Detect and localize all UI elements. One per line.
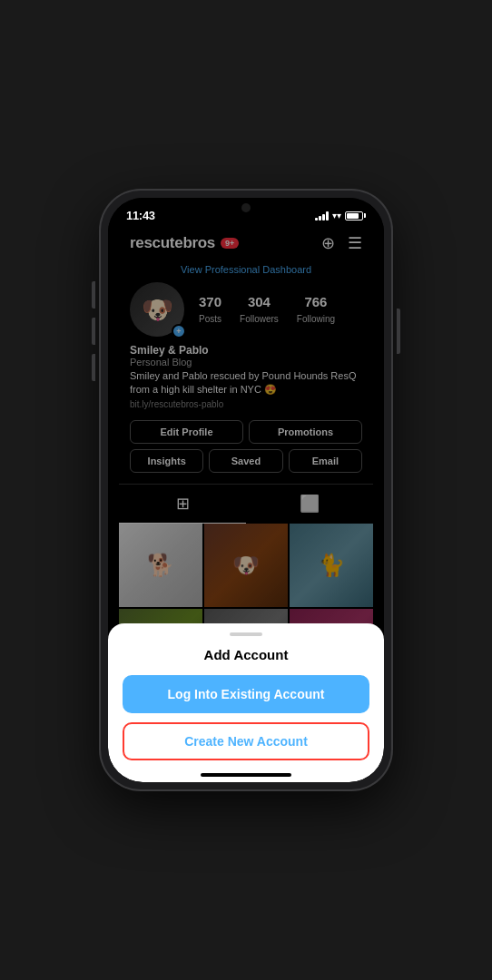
- status-icons: ▾▾: [315, 211, 366, 220]
- followers-count: 304: [240, 294, 279, 309]
- promotions-button[interactable]: Promotions: [249, 420, 362, 444]
- grid-tabs: ⊞ ⬜: [119, 484, 373, 524]
- phone-frame: 11:43 ▾▾: [101, 191, 391, 789]
- photo-cell-1[interactable]: 🐕: [119, 524, 202, 607]
- grid-icon: ⊞: [176, 494, 190, 514]
- wifi-icon: ▾▾: [332, 211, 341, 220]
- grid-tab-tagged[interactable]: ⬜: [246, 485, 373, 524]
- photo-3-image: 🐈: [290, 524, 373, 607]
- instagram-header: rescutebros 9+ ⊕ ☰: [119, 226, 373, 260]
- following-stat: 766 Following: [297, 294, 335, 326]
- notification-badge: 9+: [221, 238, 239, 249]
- edit-profile-button[interactable]: Edit Profile: [130, 420, 243, 444]
- username-area: rescutebros 9+: [130, 234, 239, 252]
- photo-cell-3[interactable]: 🐈: [290, 524, 373, 607]
- home-indicator: [201, 773, 291, 777]
- photo-1-image: 🐕: [119, 524, 202, 607]
- followers-label: Followers: [240, 314, 279, 324]
- status-time: 11:43: [126, 209, 155, 222]
- insights-button[interactable]: Insights: [130, 449, 203, 473]
- following-label: Following: [297, 314, 335, 324]
- action-row-1: Edit Profile Promotions: [130, 420, 362, 444]
- instagram-background: rescutebros 9+ ⊕ ☰ View Professional Das…: [108, 226, 384, 782]
- status-bar: 11:43 ▾▾: [108, 198, 384, 226]
- sheet-handle: [230, 632, 262, 636]
- log-in-existing-button[interactable]: Log Into Existing Account: [123, 675, 369, 713]
- grid-tab-photos[interactable]: ⊞: [119, 485, 246, 524]
- sheet-title: Add Account: [123, 647, 369, 662]
- header-icons: ⊕ ☰: [321, 233, 362, 253]
- pro-dashboard-link[interactable]: View Professional Dashboard: [119, 260, 373, 282]
- profile-name: Smiley & Pablo: [130, 344, 362, 357]
- following-count: 766: [297, 294, 335, 309]
- profile-link[interactable]: bit.ly/rescutebros-pablo: [130, 399, 362, 409]
- add-post-icon[interactable]: ⊕: [321, 233, 335, 253]
- photo-2-image: 🐶: [204, 524, 288, 607]
- profile-bio: Smiley and Pablo rescued by Pound Hounds…: [130, 369, 362, 397]
- create-new-account-button[interactable]: Create New Account: [123, 722, 369, 760]
- front-camera: [241, 203, 251, 212]
- saved-button[interactable]: Saved: [209, 449, 282, 473]
- avatar-container: 🐶 +: [130, 282, 184, 337]
- profile-type: Personal Blog: [130, 357, 362, 368]
- add-account-sheet: Add Account Log Into Existing Account Cr…: [108, 623, 384, 782]
- action-row-2: Insights Saved Email: [130, 449, 362, 473]
- photo-cell-2[interactable]: 🐶: [204, 524, 288, 607]
- battery-icon: [345, 211, 366, 220]
- posts-stat: 370 Posts: [199, 294, 221, 326]
- action-buttons: Edit Profile Promotions Insights Saved E…: [119, 416, 373, 476]
- bio-section: Smiley & Pablo Personal Blog Smiley and …: [119, 344, 373, 416]
- notch: [192, 198, 300, 223]
- username: rescutebros: [130, 234, 215, 252]
- person-tag-icon: ⬜: [300, 494, 320, 514]
- posts-label: Posts: [199, 314, 221, 324]
- posts-count: 370: [199, 294, 221, 309]
- email-button[interactable]: Email: [289, 449, 362, 473]
- menu-icon[interactable]: ☰: [348, 233, 362, 253]
- followers-stat: 304 Followers: [240, 294, 279, 326]
- add-story-button[interactable]: +: [172, 324, 186, 338]
- profile-section: 🐶 + 370 Posts 304 Followers: [119, 282, 373, 344]
- stats-row: 370 Posts 304 Followers 766 Following: [199, 294, 335, 326]
- signal-icon: [315, 211, 329, 220]
